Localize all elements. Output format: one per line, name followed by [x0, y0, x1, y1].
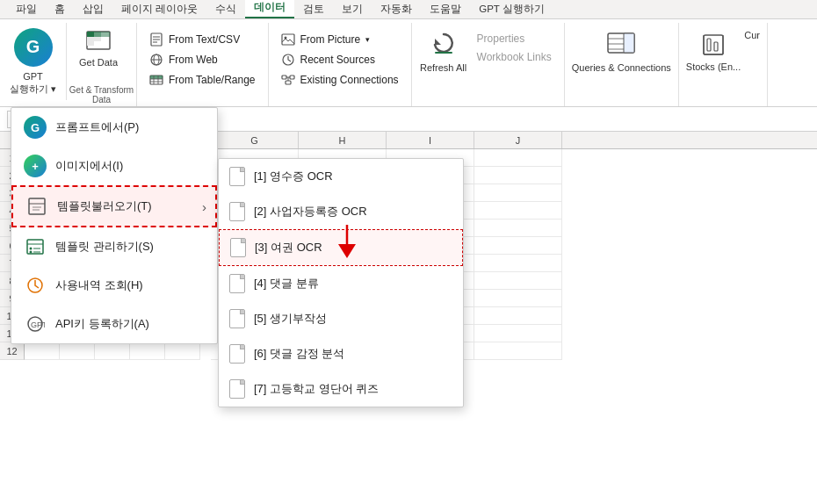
recent-sources-button[interactable]: Recent Sources — [276, 50, 404, 69]
workbook-links-button[interactable]: Workbook Links — [472, 48, 557, 66]
from-text-csv-icon — [149, 32, 163, 47]
doc-icon-6 — [229, 344, 245, 364]
cell-C12[interactable] — [95, 342, 130, 360]
api-icon: GPT — [24, 313, 47, 335]
tab-help[interactable]: 도움말 — [421, 0, 470, 18]
qc-group: Queries & Connections — [565, 23, 679, 106]
tab-formula[interactable]: 수식 — [206, 0, 245, 18]
svg-rect-31 — [624, 33, 634, 53]
submenu-item-5[interactable]: [5] 생기부작성 — [219, 301, 463, 336]
refresh-all-button[interactable]: Refresh All — [419, 26, 468, 74]
from-table-range-label: From Table/Range — [169, 74, 256, 86]
tab-page-layout[interactable]: 페이지 레이아웃 — [112, 0, 206, 18]
svg-rect-41 — [29, 198, 45, 214]
cell-J7[interactable] — [474, 255, 562, 272]
menu-item-history[interactable]: 사용내역 조회(H) — [11, 266, 217, 305]
stocks-button[interactable]: Stocks (En... — [686, 26, 741, 72]
red-arrow — [334, 225, 360, 263]
from-web-button[interactable]: From Web — [144, 50, 261, 69]
existing-connections-button[interactable]: Existing Connections — [276, 70, 404, 90]
cell-D12[interactable] — [130, 342, 165, 360]
from-picture-label: From Picture — [300, 33, 361, 46]
submenu-item-4[interactable]: [4] 댓글 분류 — [219, 266, 463, 301]
cell-J6[interactable] — [474, 237, 562, 255]
submenu-arrow: › — [202, 199, 206, 214]
from-text-csv-label: From Text/CSV — [169, 33, 240, 46]
menu-item-prompt[interactable]: G 프롬프트에서(P) — [11, 108, 217, 147]
from-text-csv-button[interactable]: From Text/CSV — [144, 30, 261, 49]
menu-template-manage-label: 템플릿 관리하기(S) — [55, 239, 154, 255]
svg-marker-28 — [435, 39, 441, 45]
menu-item-image[interactable]: + 이미지에서(I) — [11, 147, 217, 185]
cell-J2[interactable] — [474, 167, 562, 184]
doc-icon-5 — [229, 309, 245, 328]
cell-J3[interactable] — [474, 184, 562, 202]
submenu-label-2: [2] 사업자등록증 OCR — [254, 204, 367, 220]
stocks-icon — [698, 30, 728, 58]
svg-marker-55 — [338, 244, 356, 258]
svg-rect-2 — [94, 32, 101, 37]
cell-J9[interactable] — [474, 290, 562, 307]
cell-J1[interactable] — [474, 149, 562, 167]
submenu-label-3: [3] 여권 OCR — [255, 240, 322, 256]
gpt-label: GPT실행하기 ▾ — [10, 70, 56, 96]
menu-item-template-manage[interactable]: 템플릿 관리하기(S) — [11, 227, 217, 266]
properties-button[interactable]: Properties — [472, 30, 557, 47]
svg-rect-25 — [286, 81, 291, 84]
cell-A12[interactable] — [25, 342, 60, 360]
cell-J8[interactable] — [474, 272, 562, 290]
submenu-item-6[interactable]: [6] 댓글 감정 분석 — [219, 336, 463, 371]
cell-B12[interactable] — [60, 342, 95, 360]
recent-sources-label: Recent Sources — [300, 54, 375, 66]
stocks-label: Stocks (En... — [686, 61, 741, 72]
svg-point-47 — [30, 248, 33, 250]
tab-view[interactable]: 보기 — [333, 0, 372, 18]
submenu-item-2[interactable]: [2] 사업자등록증 OCR — [219, 194, 463, 229]
queries-connections-button[interactable]: Queries & Connections — [572, 26, 671, 74]
tab-insert[interactable]: 삽입 — [74, 0, 112, 18]
col-header-G[interactable]: G — [211, 132, 299, 148]
svg-rect-15 — [150, 76, 163, 79]
template-load-icon — [25, 195, 48, 218]
submenu-item-1[interactable]: [1] 영수증 OCR — [219, 159, 463, 194]
get-data-icon — [85, 30, 112, 53]
row-num-12: 12 — [0, 342, 25, 360]
from-table-range-button[interactable]: From Table/Range — [144, 70, 261, 90]
from-picture-button[interactable]: From Picture ▾ — [276, 30, 404, 49]
submenu-item-7[interactable]: [7] 고등학교 영단어 퀴즈 — [219, 371, 463, 407]
doc-icon-1 — [229, 167, 245, 186]
cell-J4[interactable] — [474, 202, 562, 220]
picture-group: From Picture ▾ Recent Sources Exist — [269, 23, 412, 106]
col-header-I[interactable]: I — [387, 132, 474, 148]
col-header-H[interactable]: H — [299, 132, 387, 148]
svg-rect-20 — [282, 34, 294, 45]
cell-J5[interactable] — [474, 220, 562, 237]
get-data-label: Get Data — [79, 56, 118, 68]
tab-gpt[interactable]: GPT 실행하기 — [470, 0, 553, 18]
menu-item-template-load[interactable]: 템플릿불러오기(T) › — [11, 185, 217, 227]
submenu-label-6: [6] 댓글 감정 분석 — [254, 346, 344, 362]
doc-icon-4 — [229, 274, 245, 293]
tab-review[interactable]: 검토 — [294, 0, 333, 18]
svg-rect-40 — [714, 42, 718, 51]
col-header-J[interactable]: J — [474, 132, 562, 148]
from-web-label: From Web — [169, 54, 218, 66]
svg-point-49 — [30, 251, 33, 254]
cell-E12[interactable] — [165, 342, 200, 360]
manage-icon — [24, 235, 47, 258]
cell-J12[interactable] — [474, 342, 562, 360]
from-picture-arrow: ▾ — [365, 35, 370, 44]
menu-item-api-key[interactable]: GPT API키 등록하기(A) — [11, 305, 217, 343]
tab-automate[interactable]: 자동화 — [372, 0, 421, 18]
tab-file[interactable]: 파일 — [7, 0, 46, 18]
cell-J10[interactable] — [474, 307, 562, 325]
svg-rect-35 — [704, 35, 723, 54]
tab-home[interactable]: 홈 — [46, 0, 74, 18]
get-data-button[interactable]: Get Data — [74, 26, 123, 90]
gpt-button[interactable]: G GPT실행하기 ▾ — [0, 23, 67, 100]
cell-J11[interactable] — [474, 325, 562, 342]
svg-rect-24 — [290, 76, 294, 79]
svg-rect-6 — [87, 41, 94, 46]
existing-connections-label: Existing Connections — [300, 74, 399, 86]
tab-data[interactable]: 데이터 — [245, 0, 294, 18]
